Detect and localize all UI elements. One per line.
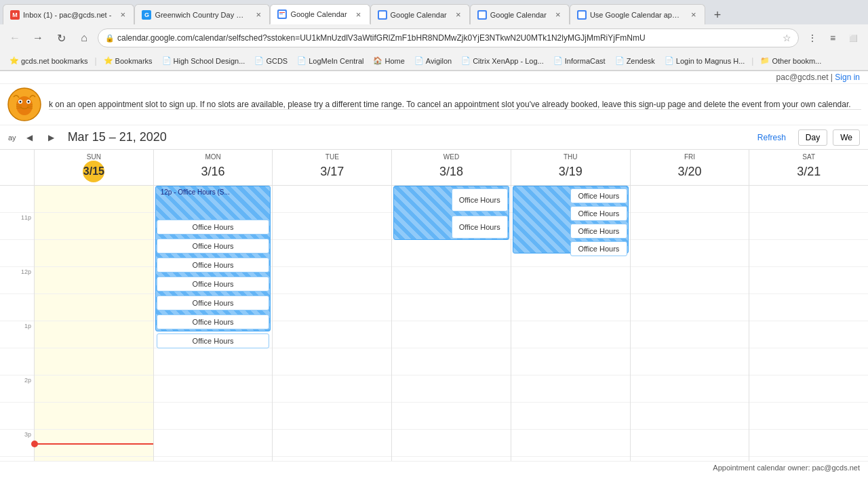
- day-header-thu-inner: Thu 3/19: [559, 153, 581, 182]
- fri-hour-3: [631, 240, 749, 267]
- sun-hour-7: [35, 348, 153, 375]
- secure-icon: 🔒: [105, 34, 115, 43]
- bookmark-home[interactable]: 🏠 Home: [369, 55, 408, 66]
- maximize-button[interactable]: ⬜: [844, 28, 863, 47]
- bookmark-gcds[interactable]: 📄 GCDS: [250, 55, 292, 66]
- sun-hour-2: [35, 213, 153, 240]
- home-button[interactable]: ⌂: [75, 28, 94, 47]
- day-header-wed-inner: Wed 3/18: [441, 153, 462, 182]
- day-col-wed: Office Hours Office Hours: [391, 186, 511, 461]
- day-name-mon: Mon: [205, 153, 220, 161]
- time-column: 11p 12p 1p 2p 3p 4p: [0, 186, 34, 461]
- day-header-tue-inner: Tue 3/17: [321, 153, 343, 182]
- day-headers: Sun 3/15 Mon 3/16 Tue 3/17 Wed 3/1: [0, 150, 868, 186]
- mon-header-event-label: 12p - Office Hours (S...: [159, 188, 268, 197]
- mon-slot-7[interactable]: Office Hours: [157, 333, 270, 348]
- sign-in-link[interactable]: Sign in: [835, 73, 860, 82]
- info-text: k on an open appointment slot to sign up…: [49, 100, 861, 110]
- bm-sep-1: |: [94, 56, 96, 66]
- thu-slot-3[interactable]: Office Hours: [570, 224, 627, 239]
- sat-hour-6: [749, 321, 868, 348]
- days-area: 12p - Office Hours (S... Office Hours Of…: [34, 186, 868, 461]
- day-view-button[interactable]: Day: [798, 129, 827, 146]
- refresh-button[interactable]: Refresh: [751, 130, 793, 145]
- thu-slot-1[interactable]: Office Hours: [570, 188, 627, 203]
- mon-slot-6[interactable]: Office Hours: [157, 314, 270, 329]
- mon-hour-7: [154, 348, 273, 375]
- day-name-sun: Sun: [87, 153, 101, 161]
- day-header-sun: Sun 3/15: [34, 150, 153, 185]
- reload-button[interactable]: ↻: [52, 28, 71, 47]
- day-header-sun-inner: Sun 3/15: [83, 153, 104, 182]
- mon-slot-2[interactable]: Office Hours: [157, 239, 270, 253]
- tab-4-close[interactable]: ×: [453, 9, 464, 20]
- mon-slot-4[interactable]: Office Hours: [157, 277, 270, 291]
- bookmark-citrix[interactable]: 📄 Citrix XenApp - Log...: [457, 55, 548, 66]
- menu-button[interactable]: ≡: [823, 28, 842, 47]
- day-col-mon: 12p - Office Hours (S... Office Hours Of…: [153, 186, 273, 461]
- tab-5[interactable]: Google Calendar ×: [470, 4, 570, 24]
- back-button[interactable]: ←: [5, 28, 24, 47]
- tab-2-close[interactable]: ×: [253, 9, 264, 20]
- bookmark-other[interactable]: 📁 Other bookm...: [756, 55, 825, 66]
- day-header-thu: Thu 3/19: [511, 150, 630, 185]
- thu-slot-2[interactable]: Office Hours: [570, 206, 627, 221]
- tab-3[interactable]: Google Calendar ×: [270, 4, 370, 24]
- thu-slot-4[interactable]: Office Hours: [570, 241, 627, 256]
- bookmark-zendesk[interactable]: 📄 Zendesk: [611, 55, 659, 66]
- extensions-button[interactable]: ⋮: [803, 28, 822, 47]
- footer-text: Appointment calendar owner: pac@gcds.net: [713, 464, 860, 472]
- bookmark-star-icon[interactable]: ☆: [783, 33, 791, 43]
- bookmark-magnus-label: Login to Magnus H...: [676, 57, 745, 65]
- tue-hour-3: [273, 240, 391, 267]
- browser-actions: ⋮ ≡ ⬜: [803, 28, 863, 47]
- mon-slot-5[interactable]: Office Hours: [157, 296, 270, 310]
- bookmark-informacast[interactable]: 📄 InformaCast: [549, 55, 610, 66]
- tab-5-close[interactable]: ×: [553, 9, 564, 20]
- bookmark-hs-design[interactable]: 📄 High School Design...: [158, 55, 250, 66]
- tue-hour-9: [273, 403, 391, 430]
- bookmark-gcdsnet-icon: ⭐: [9, 56, 19, 65]
- forward-button[interactable]: →: [28, 28, 47, 47]
- user-email: pac@gcds.net: [776, 73, 829, 82]
- wed-slot-2[interactable]: Office Hours: [452, 216, 508, 239]
- day-header-wed: Wed 3/18: [391, 150, 511, 185]
- address-bar[interactable]: 🔒 calendar.google.com/calendar/selfsched…: [98, 28, 799, 47]
- tab-1[interactable]: M Inbox (1) - pac@gcds.net - ×: [3, 4, 134, 24]
- mon-slot-3[interactable]: Office Hours: [157, 258, 270, 272]
- sat-hour-10: [749, 430, 868, 457]
- mon-slot-1[interactable]: Office Hours: [157, 220, 270, 235]
- sat-hour-2: [749, 213, 868, 240]
- bookmark-home-icon: 🏠: [373, 56, 382, 65]
- sat-hour-7: [749, 348, 868, 375]
- thu-hour-10: [511, 430, 630, 457]
- bookmark-magnus[interactable]: 📄 Login to Magnus H...: [660, 55, 749, 66]
- tue-hour-8: [273, 375, 391, 403]
- day-header-sat: Sat 3/21: [749, 150, 868, 185]
- bookmark-bookmarks[interactable]: ⭐ Bookmarks: [100, 55, 157, 66]
- tab-1-close[interactable]: ×: [117, 9, 128, 20]
- sun-hour-3: [35, 240, 153, 267]
- calendar-body: 11p 12p 1p 2p 3p 4p: [0, 186, 868, 461]
- tue-hour-5: [273, 294, 391, 321]
- new-tab-button[interactable]: +: [708, 5, 727, 24]
- tab-2[interactable]: G Greenwich Country Day Sch... ×: [134, 4, 270, 24]
- tab-4[interactable]: Google Calendar ×: [370, 4, 470, 24]
- tab-6[interactable]: Use Google Calendar appoi... ×: [570, 4, 705, 24]
- bookmark-zendesk-label: Zendesk: [627, 57, 655, 65]
- bookmark-logmein-label: LogMeIn Central: [309, 57, 363, 65]
- day-col-sun: [34, 186, 153, 461]
- bookmark-gcdsnet[interactable]: ⭐ gcds.net bookmarks: [5, 55, 92, 66]
- tab-6-close[interactable]: ×: [688, 9, 699, 20]
- thu-hour-6: [511, 321, 630, 348]
- day-header-mon: Mon 3/16: [153, 150, 273, 185]
- tab-3-close[interactable]: ×: [353, 9, 364, 20]
- bookmark-avigilon[interactable]: 📄 Avigilon: [410, 55, 456, 66]
- thu-slot-2-label: Office Hours: [578, 209, 619, 218]
- wed-slot-1[interactable]: Office Hours: [452, 188, 508, 211]
- bookmark-logmein[interactable]: 📄 LogMeIn Central: [293, 55, 368, 66]
- next-week-button[interactable]: ▶: [43, 129, 60, 146]
- prev-week-button[interactable]: ◀: [22, 129, 38, 146]
- week-view-button[interactable]: We: [833, 129, 860, 146]
- day-num-sat: 3/21: [798, 161, 820, 182]
